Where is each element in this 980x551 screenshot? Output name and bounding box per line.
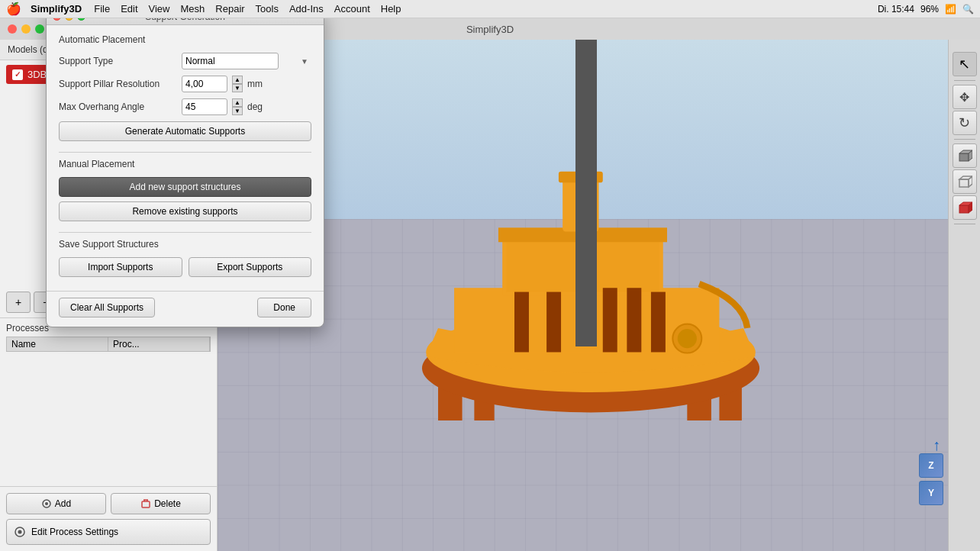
add-support-tool[interactable]: + bbox=[6, 292, 31, 313]
settings-icon bbox=[13, 525, 27, 539]
pillar-resolution-spinner: ▲ ▼ bbox=[232, 76, 243, 92]
clear-all-supports-button[interactable]: Clear All Supports bbox=[59, 298, 155, 317]
svg-rect-26 bbox=[650, 292, 665, 353]
add-button[interactable]: Add bbox=[6, 493, 106, 514]
model-checkbox[interactable]: ✓ bbox=[12, 69, 23, 80]
import-supports-button[interactable]: Import Supports bbox=[59, 257, 182, 277]
rotate-tool[interactable]: ↻ bbox=[953, 111, 977, 135]
pillar-resolution-label: Support Pillar Resolution bbox=[59, 79, 177, 89]
mesh-menu[interactable]: Mesh bbox=[181, 3, 205, 14]
cube-outline-icon bbox=[957, 174, 972, 189]
svg-rect-35 bbox=[959, 205, 969, 213]
move-tool[interactable]: ✥ bbox=[953, 85, 977, 109]
overhang-angle-spinner: ▲ ▼ bbox=[232, 98, 243, 115]
cube-view-3[interactable] bbox=[953, 195, 977, 220]
pillar-resolution-unit: mm bbox=[247, 79, 269, 89]
edit-menu[interactable]: Edit bbox=[121, 3, 137, 14]
svg-rect-29 bbox=[959, 153, 969, 161]
menubar-wifi: 📶 bbox=[945, 4, 956, 14]
support-type-label: Support Type bbox=[59, 56, 177, 66]
menubar-battery: 96% bbox=[920, 4, 939, 14]
window-title: Simplify3D bbox=[466, 24, 514, 35]
overhang-down-button[interactable]: ▼ bbox=[232, 107, 243, 115]
support-type-row: Support Type Normal From Build Plate Onl… bbox=[59, 53, 311, 69]
menubar-right: Di. 15:44 96% 📶 🔍 bbox=[878, 0, 974, 18]
gear-icon bbox=[41, 498, 52, 509]
minimize-button[interactable] bbox=[21, 24, 31, 34]
menubar-clock: Di. 15:44 bbox=[878, 4, 914, 14]
sidebar-bottom: Add Delete Edit Process Set bbox=[0, 486, 217, 551]
support-type-select-wrapper: Normal From Build Plate Only Everywhere … bbox=[182, 53, 311, 69]
manual-placement-label: Manual Placement bbox=[59, 159, 311, 169]
support-type-select[interactable]: Normal From Build Plate Only Everywhere bbox=[182, 53, 279, 69]
menubar: 🍎 Simplify3D File Edit View Mesh Repair … bbox=[0, 0, 980, 18]
viewport: ↑ ↓ Z Y bbox=[218, 40, 948, 551]
overhang-angle-label: Max Overhang Angle bbox=[59, 102, 177, 112]
close-button[interactable] bbox=[8, 24, 17, 34]
cube-view-2[interactable] bbox=[953, 169, 977, 194]
svg-rect-25 bbox=[627, 288, 641, 352]
toolbar-sep-3 bbox=[954, 224, 975, 224]
y-up-arrow[interactable]: ↑ bbox=[933, 437, 940, 454]
generate-supports-button[interactable]: Generate Automatic Supports bbox=[59, 121, 311, 141]
cube-icon bbox=[957, 148, 972, 163]
svg-point-28 bbox=[677, 329, 696, 348]
app-menu[interactable]: Simplify3D bbox=[31, 3, 82, 14]
dialog-content: Automatic Placement Support Type Normal … bbox=[47, 25, 324, 291]
remove-supports-button[interactable]: Remove existing supports bbox=[59, 201, 311, 221]
dialog-sep-2 bbox=[59, 232, 311, 233]
toolbar-sep-2 bbox=[954, 139, 975, 140]
tools-menu[interactable]: Tools bbox=[256, 3, 279, 14]
pillar-up-button[interactable]: ▲ bbox=[232, 76, 243, 84]
axis-z-y-buttons: Z Y bbox=[919, 453, 943, 505]
dialog-footer: Clear All Supports Done bbox=[47, 291, 324, 327]
processes-table: Name Proc... bbox=[6, 337, 211, 352]
svg-marker-34 bbox=[969, 176, 972, 187]
cube-view-1[interactable] bbox=[953, 143, 977, 168]
help-menu[interactable]: Help bbox=[381, 3, 401, 14]
vertical-post bbox=[575, 40, 597, 346]
z-axis-button[interactable]: Z bbox=[919, 453, 943, 478]
processes-header: Name Proc... bbox=[6, 337, 211, 352]
svg-rect-23 bbox=[546, 292, 561, 353]
overhang-angle-unit: deg bbox=[247, 102, 269, 112]
file-menu[interactable]: File bbox=[94, 3, 110, 14]
y-axis-button[interactable]: Y bbox=[919, 481, 943, 505]
overhang-angle-row: Max Overhang Angle ▲ ▼ deg bbox=[59, 98, 311, 115]
delete-icon bbox=[140, 498, 151, 509]
overhang-up-button[interactable]: ▲ bbox=[232, 98, 243, 107]
edit-process-settings-button[interactable]: Edit Process Settings bbox=[6, 519, 211, 545]
overhang-angle-input[interactable] bbox=[182, 98, 227, 115]
svg-rect-24 bbox=[602, 288, 617, 352]
export-supports-button[interactable]: Export Supports bbox=[189, 257, 312, 277]
cursor-tool[interactable]: ↖ bbox=[953, 52, 977, 76]
svg-rect-22 bbox=[514, 292, 529, 353]
view-menu[interactable]: View bbox=[149, 3, 170, 14]
account-menu[interactable]: Account bbox=[334, 3, 370, 14]
pillar-resolution-input[interactable] bbox=[182, 76, 227, 92]
add-supports-button[interactable]: Add new support structures bbox=[59, 177, 311, 197]
menubar-search[interactable]: 🔍 bbox=[962, 4, 974, 14]
select-arrow-icon: ▼ bbox=[301, 57, 308, 66]
pillar-resolution-row: Support Pillar Resolution ▲ ▼ mm bbox=[59, 76, 311, 92]
pillar-down-button[interactable]: ▼ bbox=[232, 84, 243, 92]
svg-rect-2 bbox=[142, 501, 150, 508]
done-button[interactable]: Done bbox=[257, 298, 311, 317]
addins-menu[interactable]: Add-Ins bbox=[289, 3, 324, 14]
svg-rect-32 bbox=[959, 179, 969, 187]
save-supports-label: Save Support Structures bbox=[59, 239, 311, 250]
col-proc: Proc... bbox=[108, 337, 210, 351]
toolbar-sep-1 bbox=[954, 80, 975, 81]
maximize-button[interactable] bbox=[35, 24, 44, 34]
svg-point-1 bbox=[45, 502, 48, 505]
repair-menu[interactable]: Repair bbox=[215, 3, 244, 14]
svg-point-7 bbox=[18, 530, 22, 534]
dialog-sep-1 bbox=[59, 152, 311, 153]
cube-solid-icon bbox=[957, 200, 972, 215]
support-generation-dialog: Support Generation Automatic Placement S… bbox=[46, 8, 324, 327]
window-controls bbox=[8, 24, 44, 34]
apple-menu[interactable]: 🍎 bbox=[6, 2, 21, 16]
add-delete-row: Add Delete bbox=[6, 493, 211, 514]
delete-button[interactable]: Delete bbox=[111, 493, 211, 514]
right-toolbar: ↖ ✥ ↻ bbox=[948, 40, 980, 551]
